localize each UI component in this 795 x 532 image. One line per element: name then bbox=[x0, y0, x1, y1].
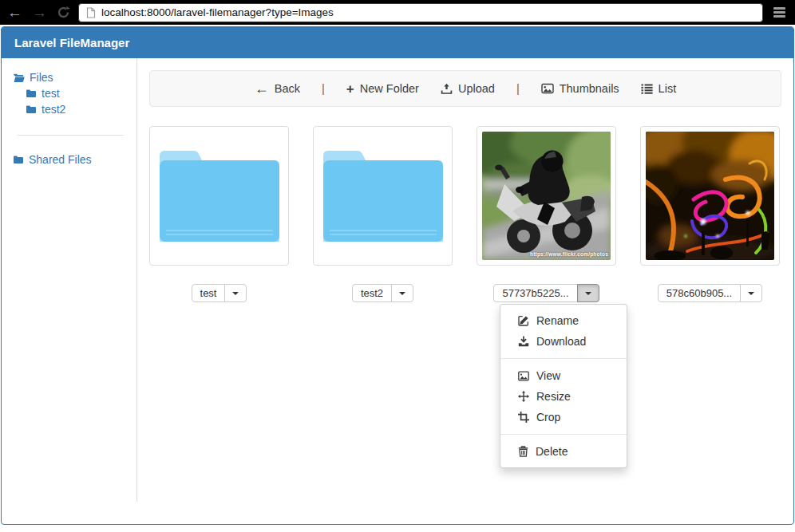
toolbar-separator: | bbox=[516, 82, 520, 95]
item-dropdown-toggle[interactable] bbox=[577, 284, 599, 302]
menu-item-resize[interactable]: Resize bbox=[500, 386, 627, 407]
menu-divider bbox=[500, 358, 627, 359]
toolbar: ← Back | + New Folder Upload | bbox=[149, 70, 781, 107]
image-icon bbox=[518, 371, 529, 381]
list-label: List bbox=[659, 82, 677, 95]
grid-item-image-2: 578c60b905... bbox=[640, 126, 780, 302]
upload-label: Upload bbox=[458, 82, 495, 95]
toolbar-separator: | bbox=[322, 82, 325, 95]
filemanager-panel: Laravel FileManager Files test bbox=[1, 26, 794, 525]
folder-open-icon bbox=[13, 73, 25, 83]
folder-icon bbox=[26, 104, 37, 114]
chevron-down-icon bbox=[232, 292, 239, 295]
content-area: ← Back | + New Folder Upload | bbox=[137, 58, 793, 524]
folder-icon bbox=[13, 155, 24, 164]
download-icon bbox=[518, 336, 529, 347]
thumbnail-light-painting[interactable] bbox=[646, 132, 774, 260]
sidebar-divider bbox=[18, 135, 124, 136]
thumbnails-button[interactable]: Thumbnails bbox=[541, 82, 619, 95]
folder-icon bbox=[160, 148, 279, 245]
grid-item-folder-test2: test2 bbox=[313, 126, 453, 302]
reload-icon[interactable] bbox=[57, 6, 70, 19]
chevron-down-icon bbox=[585, 292, 591, 295]
url-bar[interactable]: localhost:8000/laravel-filemanager?type=… bbox=[78, 3, 763, 22]
list-icon bbox=[641, 84, 653, 94]
sidebar-item-test[interactable]: test bbox=[13, 85, 136, 101]
folder-icon bbox=[26, 89, 37, 98]
sidebar-item-label: test2 bbox=[42, 103, 65, 116]
item-name-button[interactable]: 578c60b905... bbox=[658, 284, 741, 302]
item-name-button[interactable]: 57737b5225... bbox=[493, 284, 577, 302]
menu-item-label: Crop bbox=[536, 410, 560, 424]
menu-item-label: Rename bbox=[536, 313, 579, 328]
context-menu: Rename Download bbox=[500, 304, 627, 468]
back-button[interactable]: ← Back bbox=[255, 81, 300, 96]
thumbnail-motorcycle[interactable]: https://www.flickr.com/photos bbox=[482, 132, 611, 260]
image-watermark: https://www.flickr.com/photos bbox=[530, 251, 608, 257]
grid-item-image-1: https://www.flickr.com/photos 57737b5225… bbox=[477, 126, 616, 302]
arrows-icon bbox=[518, 391, 529, 402]
item-actions: test2 bbox=[313, 284, 453, 302]
menu-item-label: Delete bbox=[536, 444, 568, 459]
chevron-down-icon bbox=[399, 292, 405, 295]
image-icon bbox=[541, 83, 554, 94]
list-button[interactable]: List bbox=[641, 82, 677, 95]
item-actions: test bbox=[149, 284, 289, 302]
image-card[interactable] bbox=[640, 126, 780, 266]
page-icon bbox=[86, 7, 96, 18]
sidebar-item-label: Shared Files bbox=[29, 153, 92, 166]
page-title: Laravel FileManager bbox=[2, 27, 793, 58]
upload-button[interactable]: Upload bbox=[441, 82, 495, 95]
item-actions: 57737b5225... bbox=[477, 284, 616, 302]
menu-item-crop[interactable]: Crop bbox=[500, 407, 627, 428]
folder-card[interactable] bbox=[149, 126, 289, 266]
sidebar-item-label: Files bbox=[30, 71, 53, 84]
edit-icon bbox=[518, 315, 529, 326]
url-text: localhost:8000/laravel-filemanager?type=… bbox=[101, 6, 334, 18]
browser-chrome: ← → localhost:8000/laravel-filemanager?t… bbox=[0, 0, 795, 25]
sidebar-item-label: test bbox=[42, 87, 60, 100]
new-folder-label: New Folder bbox=[360, 82, 419, 95]
forward-arrow-icon[interactable]: → bbox=[32, 5, 47, 20]
plus-icon: + bbox=[346, 82, 354, 96]
crop-icon bbox=[518, 412, 529, 423]
menu-item-label: View bbox=[536, 368, 560, 383]
sidebar-item-shared-files[interactable]: Shared Files bbox=[13, 152, 136, 167]
back-arrow-icon: ← bbox=[255, 81, 269, 96]
menu-divider bbox=[500, 434, 627, 435]
menu-item-rename[interactable]: Rename bbox=[500, 310, 627, 331]
hamburger-icon[interactable] bbox=[771, 3, 788, 22]
sidebar: Files test test2 Shared Files bbox=[2, 58, 137, 502]
item-dropdown-toggle[interactable] bbox=[740, 284, 762, 302]
item-dropdown-toggle[interactable] bbox=[224, 284, 247, 302]
new-folder-button[interactable]: + New Folder bbox=[346, 82, 419, 96]
file-grid: test bbox=[149, 126, 781, 302]
upload-icon bbox=[441, 83, 453, 95]
sidebar-item-files[interactable]: Files bbox=[13, 69, 136, 85]
back-arrow-icon[interactable]: ← bbox=[7, 5, 22, 20]
menu-item-view[interactable]: View bbox=[500, 365, 627, 386]
thumbnails-label: Thumbnails bbox=[560, 82, 619, 95]
grid-item-folder-test: test bbox=[149, 126, 289, 302]
item-dropdown-toggle[interactable] bbox=[391, 284, 413, 302]
back-label: Back bbox=[275, 82, 300, 95]
item-actions: 578c60b905... bbox=[640, 284, 780, 302]
menu-item-label: Resize bbox=[536, 389, 571, 404]
image-card[interactable]: https://www.flickr.com/photos bbox=[477, 126, 616, 266]
folder-card[interactable] bbox=[313, 126, 453, 266]
sidebar-item-test2[interactable]: test2 bbox=[13, 101, 136, 117]
trash-icon bbox=[518, 446, 528, 457]
menu-item-download[interactable]: Download bbox=[500, 331, 627, 352]
menu-item-label: Download bbox=[536, 334, 586, 349]
item-name-button[interactable]: test bbox=[192, 284, 226, 302]
folder-icon bbox=[323, 148, 443, 245]
chevron-down-icon bbox=[748, 292, 754, 295]
menu-item-delete[interactable]: Delete bbox=[500, 441, 627, 462]
item-name-button[interactable]: test2 bbox=[352, 284, 392, 302]
